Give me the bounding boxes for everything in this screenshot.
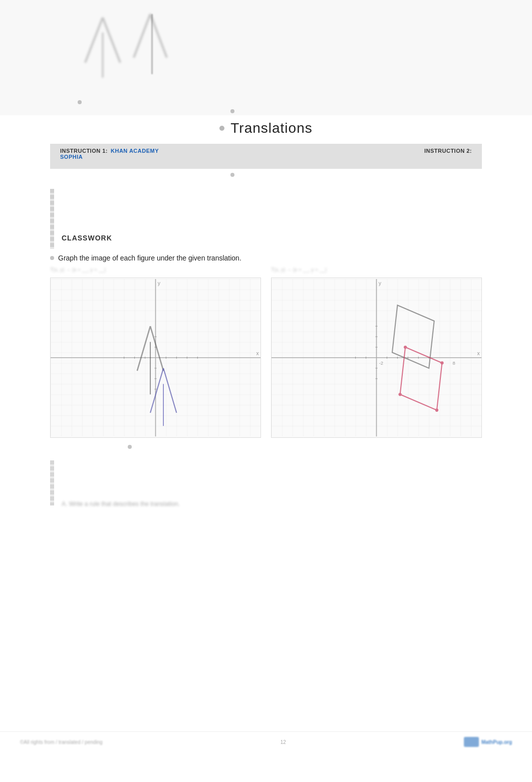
svg-text:y: y xyxy=(158,281,161,286)
svg-line-1 xyxy=(103,18,120,63)
instruction1-label: INSTRUCTION 1: xyxy=(60,148,108,154)
dot-mid xyxy=(230,173,234,177)
svg-text:-2: -2 xyxy=(379,360,383,366)
vertical-decorative-bar xyxy=(50,189,54,249)
svg-text:x: x xyxy=(477,351,480,356)
khan-academy-link[interactable]: KHAN ACADEMY xyxy=(111,148,159,154)
footer-left-text: ©All rights from / translated / pending xyxy=(20,739,103,745)
svg-text:y: y xyxy=(379,281,382,286)
instruction-bar: INSTRUCTION 1: KHAN ACADEMY SOPHIA INSTR… xyxy=(50,144,482,169)
svg-point-48 xyxy=(440,361,443,364)
vertical-bar-section: CLASSWORK xyxy=(50,189,482,249)
graphs-row: x y xyxy=(50,278,482,438)
dot-bottom-center xyxy=(230,109,234,113)
main-content: Graph the image of each figure under the… xyxy=(50,254,482,450)
vertical-divider xyxy=(151,14,153,74)
footer-brand-text: MathPup.org xyxy=(481,739,512,745)
svg-point-49 xyxy=(435,409,438,412)
instruction-dot xyxy=(50,256,54,260)
footer-right: MathPup.org xyxy=(464,737,512,747)
page: Translations INSTRUCTION 1: KHAN ACADEMY… xyxy=(0,0,532,782)
sophia-link[interactable]: SOPHIA xyxy=(60,154,83,160)
graph2-sublabel: T(x, y) → (x + __, y + __) xyxy=(271,267,482,273)
footer-page-number: 12 xyxy=(281,739,286,745)
svg-line-0 xyxy=(85,18,103,63)
instruction-left: INSTRUCTION 1: KHAN ACADEMY SOPHIA xyxy=(60,148,159,160)
classwork-label: CLASSWORK xyxy=(62,234,112,242)
v-shape-right xyxy=(128,10,173,77)
graph1-sublabel: T(x, y) → (x + __, y + __) xyxy=(50,267,261,273)
title-dot xyxy=(219,126,224,131)
graph1-svg: x y xyxy=(51,278,260,437)
graph1-container: x y xyxy=(50,278,261,438)
page-footer: ©All rights from / translated / pending … xyxy=(0,731,532,752)
dot-bottom-left xyxy=(78,100,82,104)
svg-point-47 xyxy=(404,346,407,349)
instruction2-label: INSTRUCTION 2: xyxy=(424,148,472,154)
dot-after-graphs xyxy=(128,445,132,449)
top-decorative-area xyxy=(0,0,532,115)
svg-point-50 xyxy=(398,393,401,396)
page-title: Translations xyxy=(230,120,312,136)
bottom-vertical-bar xyxy=(50,460,54,505)
svg-text:8: 8 xyxy=(452,360,455,366)
bottom-section: A. Write a rule that describes the trans… xyxy=(50,460,482,507)
svg-line-3 xyxy=(134,14,150,58)
v-shape-left xyxy=(78,13,128,85)
title-section: Translations xyxy=(0,115,532,144)
bottom-blurred-text: A. Write a rule that describes the trans… xyxy=(62,500,482,507)
svg-text:x: x xyxy=(256,351,259,356)
footer-logo xyxy=(464,737,479,747)
graph2-svg: x y xyxy=(272,278,481,437)
graph-instruction: Graph the image of each figure under the… xyxy=(58,254,241,262)
graph2-container: x y xyxy=(271,278,482,438)
